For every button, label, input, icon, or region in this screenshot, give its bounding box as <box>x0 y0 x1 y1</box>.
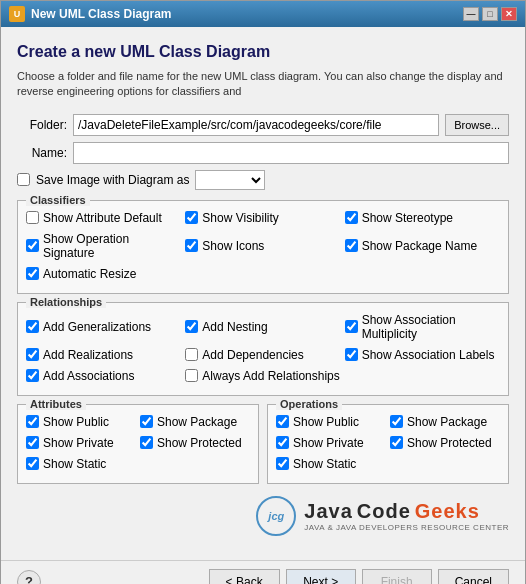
classifier-label-0: Show Attribute Default <box>43 211 162 225</box>
classifier-checkbox-3[interactable] <box>26 239 39 252</box>
save-image-label: Save Image with Diagram as <box>36 173 189 187</box>
classifiers-section: Classifiers Show Attribute Default Show … <box>17 200 509 294</box>
op-item-4: Show Static <box>276 457 386 471</box>
rel-checkbox-3[interactable] <box>26 348 39 361</box>
attr-checkbox-2[interactable] <box>26 436 39 449</box>
classifier-label-4: Show Icons <box>202 239 264 253</box>
rel-label-2: Show Association Multiplicity <box>362 313 500 341</box>
rel-checkbox-7[interactable] <box>185 369 198 382</box>
logo-circle: jcg <box>256 496 296 536</box>
op-checkbox-2[interactable] <box>276 436 289 449</box>
attr-label-4: Show Static <box>43 457 106 471</box>
title-bar: U New UML Class Diagram — □ ✕ <box>1 1 525 27</box>
classifiers-grid: Show Attribute Default Show Visibility S… <box>26 211 500 285</box>
attr-label-0: Show Public <box>43 415 109 429</box>
logo-right: Java Code Geeks JAVA & JAVA DEVELOPERS R… <box>304 500 509 532</box>
classifier-label-6: Automatic Resize <box>43 267 136 281</box>
operations-section-title: Operations <box>276 398 342 410</box>
browse-button[interactable]: Browse... <box>445 114 509 136</box>
logo-brand-java: Java <box>304 500 353 523</box>
rel-item-5: Show Association Labels <box>345 348 500 362</box>
op-item-1: Show Package <box>390 415 500 429</box>
logo-circle-text: jcg <box>268 510 284 522</box>
rel-checkbox-1[interactable] <box>185 320 198 333</box>
attr-item-1: Show Package <box>140 415 250 429</box>
classifier-checkbox-4[interactable] <box>185 239 198 252</box>
op-label-1: Show Package <box>407 415 487 429</box>
minimize-button[interactable]: — <box>463 7 479 21</box>
classifier-item-2: Show Stereotype <box>345 211 500 225</box>
rel-label-3: Add Realizations <box>43 348 133 362</box>
op-checkbox-0[interactable] <box>276 415 289 428</box>
finish-button[interactable]: Finish <box>362 569 432 584</box>
help-button[interactable]: ? <box>17 570 41 584</box>
operations-section: Operations Show Public Show Package Show… <box>267 404 509 484</box>
classifier-item-3: Show Operation Signature <box>26 232 181 260</box>
classifier-item-0: Show Attribute Default <box>26 211 181 225</box>
attr-checkbox-1[interactable] <box>140 415 153 428</box>
cancel-button[interactable]: Cancel <box>438 569 509 584</box>
op-checkbox-3[interactable] <box>390 436 403 449</box>
maximize-button[interactable]: □ <box>482 7 498 21</box>
op-label-4: Show Static <box>293 457 356 471</box>
rel-label-1: Add Nesting <box>202 320 267 334</box>
rel-item-2: Show Association Multiplicity <box>345 313 500 341</box>
close-button[interactable]: ✕ <box>501 7 517 21</box>
attributes-grid: Show Public Show Package Show Private Sh… <box>26 415 250 475</box>
rel-label-4: Add Dependencies <box>202 348 303 362</box>
classifier-item-4: Show Icons <box>185 232 340 260</box>
rel-item-6: Add Associations <box>26 369 181 383</box>
rel-checkbox-6[interactable] <box>26 369 39 382</box>
rel-checkbox-4[interactable] <box>185 348 198 361</box>
attr-label-3: Show Protected <box>157 436 242 450</box>
op-checkbox-4[interactable] <box>276 457 289 470</box>
logo-brand-geeks: Geeks <box>415 500 480 523</box>
attr-checkbox-0[interactable] <box>26 415 39 428</box>
attr-checkbox-4[interactable] <box>26 457 39 470</box>
operations-grid: Show Public Show Package Show Private Sh… <box>276 415 500 475</box>
op-item-0: Show Public <box>276 415 386 429</box>
rel-item-4: Add Dependencies <box>185 348 340 362</box>
classifier-checkbox-5[interactable] <box>345 239 358 252</box>
folder-input[interactable] <box>73 114 439 136</box>
window-icon: U <box>9 6 25 22</box>
classifier-label-1: Show Visibility <box>202 211 278 225</box>
rel-label-7: Always Add Relationships <box>202 369 339 383</box>
name-input[interactable] <box>73 142 509 164</box>
folder-row: Folder: Browse... <box>17 114 509 136</box>
logo-subtitle: JAVA & JAVA DEVELOPERS RESOURCE CENTER <box>304 523 509 532</box>
save-image-checkbox[interactable] <box>17 173 30 186</box>
rel-checkbox-5[interactable] <box>345 348 358 361</box>
rel-checkbox-0[interactable] <box>26 320 39 333</box>
relationships-section: Relationships Add Generalizations Add Ne… <box>17 302 509 396</box>
attributes-section: Attributes Show Public Show Package Show… <box>17 404 259 484</box>
name-row: Name: <box>17 142 509 164</box>
folder-label: Folder: <box>17 118 67 132</box>
attr-item-3: Show Protected <box>140 436 250 450</box>
attr-item-2: Show Private <box>26 436 136 450</box>
next-button[interactable]: Next > <box>286 569 356 584</box>
op-checkbox-1[interactable] <box>390 415 403 428</box>
back-button[interactable]: < Back <box>209 569 280 584</box>
classifier-checkbox-0[interactable] <box>26 211 39 224</box>
classifier-checkbox-6[interactable] <box>26 267 39 280</box>
save-image-row: Save Image with Diagram as <box>17 170 509 190</box>
op-item-2: Show Private <box>276 436 386 450</box>
classifier-item-5: Show Package Name <box>345 232 500 260</box>
attr-checkbox-3[interactable] <box>140 436 153 449</box>
attr-label-1: Show Package <box>157 415 237 429</box>
classifier-checkbox-2[interactable] <box>345 211 358 224</box>
logo-area: jcg Java Code Geeks JAVA & JAVA DEVELOPE… <box>17 492 509 544</box>
op-label-3: Show Protected <box>407 436 492 450</box>
rel-label-0: Add Generalizations <box>43 320 151 334</box>
classifiers-section-title: Classifiers <box>26 194 90 206</box>
rel-item-7: Always Add Relationships <box>185 369 340 383</box>
op-label-2: Show Private <box>293 436 364 450</box>
classifier-checkbox-1[interactable] <box>185 211 198 224</box>
rel-checkbox-2[interactable] <box>345 320 358 333</box>
save-image-select[interactable] <box>195 170 265 190</box>
op-label-0: Show Public <box>293 415 359 429</box>
bottom-sections: Attributes Show Public Show Package Show… <box>17 404 509 484</box>
name-label: Name: <box>17 146 67 160</box>
title-bar-left: U New UML Class Diagram <box>9 6 172 22</box>
